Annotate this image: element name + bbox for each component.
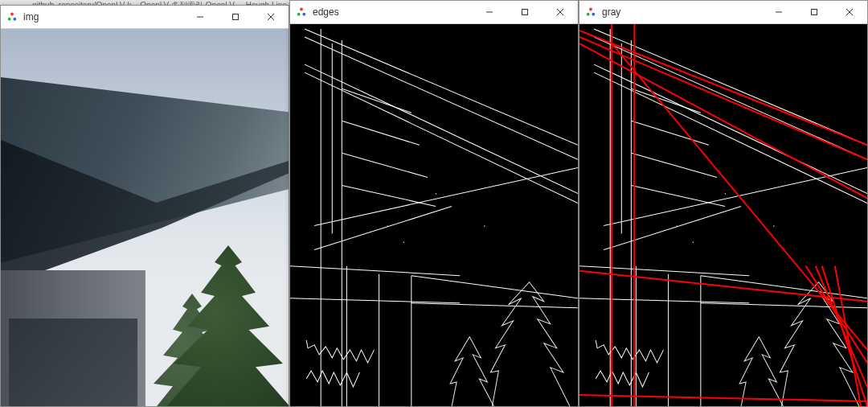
svg-point-35 — [589, 8, 592, 11]
maximize-button[interactable] — [218, 6, 253, 28]
svg-line-14 — [305, 29, 578, 145]
maximize-button[interactable] — [507, 1, 542, 23]
close-button[interactable] — [832, 1, 867, 23]
window-gray[interactable]: gray — [579, 0, 868, 407]
svg-line-19 — [314, 206, 452, 249]
svg-line-28 — [290, 298, 460, 303]
svg-point-37 — [592, 13, 595, 16]
window-img[interactable]: img — [0, 5, 289, 407]
svg-line-31 — [387, 226, 388, 227]
svg-line-16 — [305, 64, 578, 193]
opencv-icon — [6, 10, 18, 23]
maximize-icon — [810, 8, 818, 16]
minimize-icon — [775, 8, 783, 16]
svg-line-34 — [403, 242, 404, 243]
maximize-icon — [521, 8, 529, 16]
close-icon — [845, 8, 854, 16]
window-edges[interactable]: edges — [289, 0, 579, 407]
hough-line — [579, 43, 867, 198]
hough-line — [835, 266, 861, 406]
titlebar-img[interactable]: img — [1, 6, 289, 29]
close-button[interactable] — [542, 1, 578, 23]
svg-point-9 — [302, 13, 305, 16]
close-icon — [267, 13, 275, 21]
svg-point-0 — [10, 13, 14, 16]
svg-line-29 — [411, 276, 578, 298]
hough-line — [579, 31, 867, 145]
svg-line-32 — [436, 193, 436, 194]
close-icon — [556, 8, 564, 16]
minimize-icon — [196, 13, 204, 21]
minimize-icon — [485, 8, 493, 16]
titlebar-edges[interactable]: edges — [290, 1, 578, 24]
svg-point-1 — [8, 18, 11, 21]
maximize-icon — [231, 13, 240, 21]
svg-line-17 — [305, 72, 578, 203]
hough-lines-overlay — [579, 24, 867, 406]
window-title: edges — [313, 6, 339, 18]
photo-building — [1, 29, 289, 406]
opencv-icon — [295, 6, 308, 18]
titlebar-gray[interactable]: gray — [579, 1, 867, 24]
window-title: gray — [602, 6, 620, 18]
desktop: github_repository/OpenLV-k... OpenLV 多列索… — [0, 0, 868, 407]
svg-rect-39 — [812, 10, 817, 15]
image-viewport-edges — [290, 24, 578, 406]
svg-line-30 — [411, 303, 578, 308]
svg-point-2 — [13, 18, 16, 21]
svg-line-25 — [342, 153, 428, 177]
svg-line-24 — [342, 121, 420, 145]
close-button[interactable] — [253, 6, 289, 28]
minimize-button[interactable] — [182, 6, 218, 28]
svg-point-7 — [300, 8, 303, 11]
opencv-icon — [584, 6, 597, 18]
maximize-button[interactable] — [796, 1, 832, 23]
svg-point-8 — [297, 13, 301, 16]
svg-point-36 — [587, 13, 590, 16]
window-title: img — [23, 11, 39, 23]
image-viewport-img — [1, 29, 289, 406]
minimize-button[interactable] — [472, 1, 507, 23]
svg-line-26 — [342, 185, 436, 206]
hough-line — [822, 266, 867, 406]
canny-edges-drawing — [290, 24, 578, 406]
svg-line-18 — [314, 167, 578, 225]
hough-line — [579, 395, 867, 401]
svg-line-33 — [484, 226, 485, 227]
svg-line-23 — [342, 88, 411, 113]
building-window-glass — [9, 319, 137, 406]
svg-line-15 — [305, 37, 578, 159]
minimize-button[interactable] — [761, 1, 796, 23]
svg-rect-11 — [522, 10, 528, 15]
svg-rect-4 — [233, 14, 239, 20]
image-viewport-gray — [579, 24, 867, 406]
svg-line-27 — [290, 266, 460, 276]
